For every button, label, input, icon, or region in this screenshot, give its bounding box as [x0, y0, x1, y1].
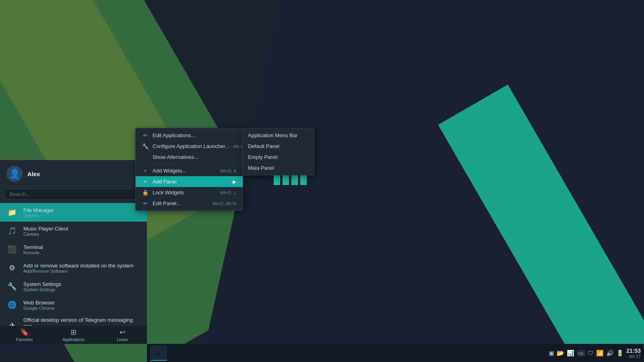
menu-item-icon: + [142, 179, 149, 185]
launcher-header: 👤 Alex [0, 160, 147, 186]
app-icon: 🔧 [6, 280, 19, 293]
app-name: System Settings [23, 281, 141, 287]
context-menu-item[interactable]: 🔒 Lock WidgetsAlt+D, L [136, 187, 243, 198]
app-icon: 🎵 [6, 224, 19, 237]
app-item[interactable]: ⬛ Terminal Konsole [0, 240, 147, 259]
menu-item-icon: ✏ [142, 132, 149, 138]
app-name: Music Player Client [23, 226, 141, 232]
menu-item-label: Lock Widgets [153, 189, 184, 195]
submenu-item-label: Maia Panel [248, 165, 274, 171]
search-input[interactable] [5, 189, 142, 200]
nav-label: Favorites [16, 337, 33, 342]
bar-icon[interactable]: 📊 [567, 350, 574, 357]
menu-item-label: Edit Panel... [153, 200, 181, 206]
context-menu-item[interactable]: + Add Widgets...Alt+D, A [136, 165, 243, 176]
menu-item-label: Configure Application Launcher... [153, 143, 229, 149]
app-item[interactable]: 🌐 Web Browser Google Chrome [0, 296, 147, 314]
add-panel-submenu: Application Menu BarDefault PanelEmpty P… [242, 128, 314, 175]
app-list: 📁 File Manager Dolphin 🎵 Music Player Cl… [0, 203, 147, 344]
nav-icon: 🔖 [20, 328, 29, 337]
context-menu-item[interactable]: ✏ Edit Applications... [136, 130, 243, 141]
volume-icon[interactable]: 🔊 [606, 350, 614, 357]
taskbar-window-icon: 🗂 [154, 349, 161, 356]
app-subtitle: Google Chrome [23, 306, 141, 311]
menu-item-label: Add Widgets... [153, 168, 187, 174]
app-subtitle: Add/Remove Software [23, 269, 141, 274]
files-icon[interactable]: 📂 [557, 350, 564, 357]
clock-date: пН 17 [626, 354, 641, 359]
menu-item-icon: + [142, 168, 149, 174]
app-subtitle: Dolphin [23, 213, 141, 218]
nav-item-applications[interactable]: ⊞ Applications [49, 326, 98, 344]
battery-icon[interactable]: 🔋 [616, 350, 624, 357]
app-subtitle: Konsole [23, 250, 141, 255]
bottom-nav: 🔖 Favorites ⊞ Applications ↩ Leave [0, 326, 147, 344]
menu-item-shortcut: Alt+D, L [221, 190, 236, 195]
app-item[interactable]: 🎵 Music Player Client Cantata [0, 222, 147, 240]
search-bar [0, 186, 147, 203]
submenu-arrow-icon: ▶ [233, 179, 236, 185]
menu-item-icon: 🔧 [142, 143, 149, 149]
clock: 21:53 пН 17 [626, 348, 641, 359]
menu-item-shortcut: Alt+D, Alt+S [213, 201, 236, 206]
submenu-item-label: Application Menu Bar [248, 132, 298, 138]
submenu-item[interactable]: Default Panel [242, 141, 314, 152]
nav-icon: ↩ [120, 328, 126, 337]
nav-label: Leave [117, 337, 128, 342]
app-icon: 🌐 [6, 298, 19, 311]
network-icon[interactable]: 📶 [596, 350, 604, 357]
app-icon: 📁 [6, 206, 19, 219]
context-menu-item[interactable]: 🔧 Configure Application Launcher...Alt+D… [136, 141, 243, 152]
context-menu: ✏ Edit Applications...🔧 Configure Applic… [135, 128, 243, 211]
context-menu-item[interactable]: Show Alternatives... [136, 152, 243, 162]
nav-icon: ⊞ [70, 328, 76, 337]
menu-item-label: Edit Applications... [153, 132, 195, 138]
app-subtitle: Cantata [23, 232, 141, 237]
app-name: Terminal [23, 244, 141, 250]
avatar: 👤 [6, 166, 23, 182]
app-name: File Manager [23, 207, 141, 213]
submenu-item-label: Empty Panel [248, 154, 278, 160]
menu-item-label: Add Panel [153, 179, 177, 185]
context-menu-item[interactable]: + Add Panel▶ [136, 176, 243, 187]
taskbar-tray: ▣ 📂 📊 us 🛡 📶 🔊 🔋 21:53 пН 17 [549, 348, 641, 359]
app-name: Add or remove software installed on the … [23, 263, 141, 269]
context-menu-item[interactable]: ✏ Edit Panel...Alt+D, Alt+S [136, 198, 243, 209]
app-name: Web Browser [23, 300, 141, 306]
menu-item-icon: 🔒 [142, 189, 149, 195]
submenu-item[interactable]: Empty Panel [242, 152, 314, 162]
menu-item-shortcut: Alt+D, A [220, 169, 236, 173]
window-manager-icon[interactable]: ▣ [549, 350, 554, 357]
app-icon: ⚙ [6, 261, 19, 274]
menu-item-icon: ✏ [142, 200, 149, 206]
app-subtitle: System Settings [23, 287, 141, 292]
taskbar-active-window[interactable]: 🗂 [150, 346, 167, 361]
submenu-item[interactable]: Maia Panel [242, 162, 314, 173]
antivirus-icon[interactable]: 🛡 [588, 350, 594, 356]
nav-label: Applications [63, 337, 85, 342]
nav-item-leave[interactable]: ↩ Leave [98, 326, 147, 344]
app-icon: ⬛ [6, 243, 19, 256]
app-item[interactable]: 🔧 System Settings System Settings [0, 277, 147, 296]
user-icon: 👤 [9, 169, 20, 179]
menu-item-label: Show Alternatives... [153, 154, 198, 160]
menu-separator [136, 164, 243, 164]
clock-time: 21:53 [626, 348, 641, 354]
submenu-item-label: Default Panel [248, 143, 279, 149]
application-launcher: 👤 Alex 📁 File Manager Dolphin 🎵 Music Pl… [0, 160, 147, 344]
submenu-item[interactable]: Application Menu Bar [242, 130, 314, 141]
language-badge[interactable]: us [577, 350, 586, 356]
user-name: Alex [27, 171, 40, 177]
app-item[interactable]: 📁 File Manager Dolphin [0, 203, 147, 222]
taskbar: 🗂 ▣ 📂 📊 us 🛡 📶 🔊 🔋 21:53 пН 17 [147, 344, 644, 362]
app-item[interactable]: ⚙ Add or remove software installed on th… [0, 259, 147, 277]
nav-item-favorites[interactable]: 🔖 Favorites [0, 326, 49, 344]
